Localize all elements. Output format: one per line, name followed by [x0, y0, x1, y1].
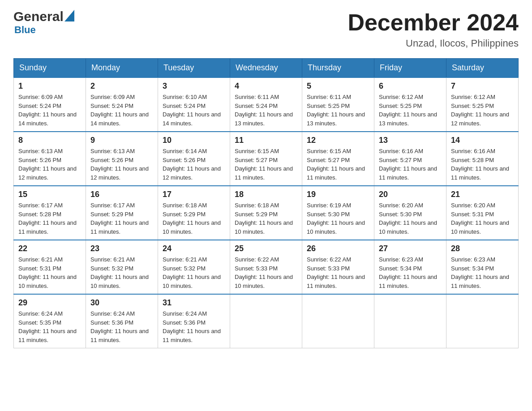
day-info: Sunrise: 6:18 AMSunset: 5:29 PMDaylight:…	[235, 201, 297, 236]
day-number: 29	[18, 298, 81, 308]
day-number: 15	[18, 190, 81, 199]
day-info: Sunrise: 6:22 AMSunset: 5:33 PMDaylight:…	[307, 255, 369, 290]
day-number: 20	[379, 190, 442, 199]
day-info: Sunrise: 6:13 AMSunset: 5:26 PMDaylight:…	[18, 147, 81, 182]
day-info: Sunrise: 6:24 AMSunset: 5:36 PMDaylight:…	[163, 309, 225, 344]
day-info: Sunrise: 6:22 AMSunset: 5:33 PMDaylight:…	[235, 255, 297, 290]
day-info: Sunrise: 6:18 AMSunset: 5:29 PMDaylight:…	[163, 201, 225, 236]
day-info: Sunrise: 6:17 AMSunset: 5:28 PMDaylight:…	[18, 201, 81, 236]
header-sunday: Sunday	[14, 59, 86, 78]
table-row: 12Sunrise: 6:15 AMSunset: 5:27 PMDayligh…	[302, 132, 374, 186]
day-info: Sunrise: 6:21 AMSunset: 5:31 PMDaylight:…	[18, 255, 81, 290]
day-number: 7	[451, 81, 514, 91]
day-number: 6	[379, 81, 442, 91]
table-row: 13Sunrise: 6:16 AMSunset: 5:27 PMDayligh…	[374, 132, 446, 186]
day-number: 22	[18, 244, 81, 253]
day-number: 17	[163, 190, 225, 199]
table-row: 3Sunrise: 6:10 AMSunset: 5:24 PMDaylight…	[158, 77, 230, 132]
day-info: Sunrise: 6:17 AMSunset: 5:29 PMDaylight:…	[90, 201, 153, 236]
table-row: 25Sunrise: 6:22 AMSunset: 5:33 PMDayligh…	[230, 240, 302, 294]
day-info: Sunrise: 6:24 AMSunset: 5:35 PMDaylight:…	[18, 309, 81, 344]
day-number: 30	[90, 298, 153, 308]
table-row	[302, 294, 374, 348]
table-row	[230, 294, 302, 348]
day-info: Sunrise: 6:09 AMSunset: 5:24 PMDaylight:…	[90, 93, 153, 128]
header-saturday: Saturday	[446, 59, 519, 78]
day-info: Sunrise: 6:20 AMSunset: 5:31 PMDaylight:…	[451, 201, 514, 236]
table-row: 28Sunrise: 6:23 AMSunset: 5:34 PMDayligh…	[446, 240, 519, 294]
calendar-table: Sunday Monday Tuesday Wednesday Thursday…	[13, 58, 519, 348]
day-info: Sunrise: 6:11 AMSunset: 5:24 PMDaylight:…	[235, 93, 297, 128]
table-row	[374, 294, 446, 348]
day-number: 25	[235, 244, 297, 253]
table-row: 8Sunrise: 6:13 AMSunset: 5:26 PMDaylight…	[14, 132, 86, 186]
day-number: 28	[451, 244, 514, 253]
header-thursday: Thursday	[302, 59, 374, 78]
logo-icon	[64, 10, 74, 21]
page-header: General Blue December 2024 Unzad, Ilocos…	[13, 9, 519, 49]
day-info: Sunrise: 6:19 AMSunset: 5:30 PMDaylight:…	[307, 201, 369, 236]
header-wednesday: Wednesday	[230, 59, 302, 78]
table-row	[446, 294, 519, 348]
logo-general-text: General	[13, 9, 64, 24]
day-number: 16	[90, 190, 153, 199]
svg-marker-0	[64, 10, 74, 21]
calendar-header-row: Sunday Monday Tuesday Wednesday Thursday…	[14, 59, 519, 78]
logo-blue-text: Blue	[14, 24, 75, 36]
day-number: 2	[90, 81, 153, 91]
table-row: 26Sunrise: 6:22 AMSunset: 5:33 PMDayligh…	[302, 240, 374, 294]
day-info: Sunrise: 6:23 AMSunset: 5:34 PMDaylight:…	[451, 255, 514, 290]
day-info: Sunrise: 6:14 AMSunset: 5:26 PMDaylight:…	[163, 147, 225, 182]
day-number: 8	[18, 136, 81, 145]
calendar-week-5: 29Sunrise: 6:24 AMSunset: 5:35 PMDayligh…	[14, 294, 519, 348]
subtitle: Unzad, Ilocos, Philippines	[348, 38, 519, 49]
table-row: 15Sunrise: 6:17 AMSunset: 5:28 PMDayligh…	[14, 186, 86, 240]
day-info: Sunrise: 6:15 AMSunset: 5:27 PMDaylight:…	[235, 147, 297, 182]
table-row: 18Sunrise: 6:18 AMSunset: 5:29 PMDayligh…	[230, 186, 302, 240]
day-info: Sunrise: 6:21 AMSunset: 5:32 PMDaylight:…	[90, 255, 153, 290]
day-info: Sunrise: 6:11 AMSunset: 5:25 PMDaylight:…	[307, 93, 369, 128]
day-info: Sunrise: 6:16 AMSunset: 5:27 PMDaylight:…	[379, 147, 442, 182]
title-section: December 2024 Unzad, Ilocos, Philippines	[348, 9, 519, 49]
day-info: Sunrise: 6:13 AMSunset: 5:26 PMDaylight:…	[90, 147, 153, 182]
day-number: 1	[18, 81, 81, 91]
table-row: 30Sunrise: 6:24 AMSunset: 5:36 PMDayligh…	[86, 294, 158, 348]
table-row: 19Sunrise: 6:19 AMSunset: 5:30 PMDayligh…	[302, 186, 374, 240]
calendar-week-3: 15Sunrise: 6:17 AMSunset: 5:28 PMDayligh…	[14, 186, 519, 240]
day-number: 31	[163, 298, 225, 308]
day-number: 23	[90, 244, 153, 253]
day-number: 24	[163, 244, 225, 253]
table-row: 9Sunrise: 6:13 AMSunset: 5:26 PMDaylight…	[86, 132, 158, 186]
day-number: 13	[379, 136, 442, 145]
table-row: 27Sunrise: 6:23 AMSunset: 5:34 PMDayligh…	[374, 240, 446, 294]
day-number: 4	[235, 81, 297, 91]
day-number: 10	[163, 136, 225, 145]
day-info: Sunrise: 6:15 AMSunset: 5:27 PMDaylight:…	[307, 147, 369, 182]
day-number: 11	[235, 136, 297, 145]
day-number: 26	[307, 244, 369, 253]
table-row: 29Sunrise: 6:24 AMSunset: 5:35 PMDayligh…	[14, 294, 86, 348]
logo: General Blue	[13, 9, 75, 36]
day-number: 21	[451, 190, 514, 199]
table-row: 31Sunrise: 6:24 AMSunset: 5:36 PMDayligh…	[158, 294, 230, 348]
day-info: Sunrise: 6:24 AMSunset: 5:36 PMDaylight:…	[90, 309, 153, 344]
day-info: Sunrise: 6:09 AMSunset: 5:24 PMDaylight:…	[18, 93, 81, 128]
table-row: 1Sunrise: 6:09 AMSunset: 5:24 PMDaylight…	[14, 77, 86, 132]
table-row: 4Sunrise: 6:11 AMSunset: 5:24 PMDaylight…	[230, 77, 302, 132]
table-row: 11Sunrise: 6:15 AMSunset: 5:27 PMDayligh…	[230, 132, 302, 186]
table-row: 14Sunrise: 6:16 AMSunset: 5:28 PMDayligh…	[446, 132, 519, 186]
header-tuesday: Tuesday	[158, 59, 230, 78]
calendar-week-4: 22Sunrise: 6:21 AMSunset: 5:31 PMDayligh…	[14, 240, 519, 294]
day-info: Sunrise: 6:23 AMSunset: 5:34 PMDaylight:…	[379, 255, 442, 290]
table-row: 21Sunrise: 6:20 AMSunset: 5:31 PMDayligh…	[446, 186, 519, 240]
table-row: 7Sunrise: 6:12 AMSunset: 5:25 PMDaylight…	[446, 77, 519, 132]
day-number: 12	[307, 136, 369, 145]
table-row: 17Sunrise: 6:18 AMSunset: 5:29 PMDayligh…	[158, 186, 230, 240]
table-row: 22Sunrise: 6:21 AMSunset: 5:31 PMDayligh…	[14, 240, 86, 294]
day-info: Sunrise: 6:21 AMSunset: 5:32 PMDaylight:…	[163, 255, 225, 290]
table-row: 6Sunrise: 6:12 AMSunset: 5:25 PMDaylight…	[374, 77, 446, 132]
day-info: Sunrise: 6:12 AMSunset: 5:25 PMDaylight:…	[379, 93, 442, 128]
day-info: Sunrise: 6:10 AMSunset: 5:24 PMDaylight:…	[163, 93, 225, 128]
table-row: 20Sunrise: 6:20 AMSunset: 5:30 PMDayligh…	[374, 186, 446, 240]
header-monday: Monday	[86, 59, 158, 78]
